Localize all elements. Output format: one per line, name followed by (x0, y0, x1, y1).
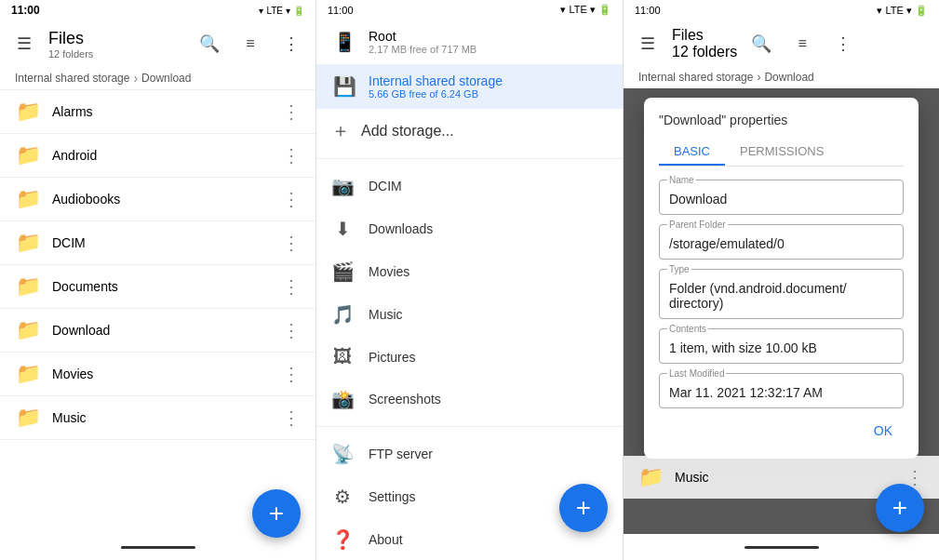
drawer-item-label: About (369, 532, 403, 547)
left-fab[interactable]: + (252, 489, 301, 538)
breadcrumb-root[interactable]: Internal shared storage (15, 72, 129, 85)
screenshots-icon: 📸 (331, 388, 354, 410)
drawer-item-label: FTP server (369, 447, 433, 461)
item-more-icon[interactable]: ⋮ (282, 363, 301, 385)
internal-storage-sub: 5.66 GB free of 6.24 GB (369, 88, 503, 100)
lte-label: LTE (266, 6, 283, 16)
item-more-icon[interactable]: ⋮ (282, 144, 301, 167)
left-sort-button[interactable]: ≡ (234, 27, 267, 60)
drawer-item-ftp[interactable]: 📡 FTP server (316, 433, 623, 475)
middle-time: 11:00 (328, 5, 354, 16)
dialog-backdrop: "Download" properties BASIC PERMISSIONS … (624, 88, 939, 534)
home-indicator (744, 546, 819, 549)
camera-icon: 📷 (331, 175, 354, 197)
list-item[interactable]: 📁 Audiobooks ⋮ (0, 178, 315, 221)
parent-folder-label: Parent Folder (667, 220, 728, 230)
left-more-button[interactable]: ⋮ (275, 27, 308, 60)
drawer-item-label: Music (369, 307, 403, 322)
right-app-subtitle: 12 folders (672, 44, 737, 60)
list-item[interactable]: 📁 Download ⋮ (0, 309, 315, 353)
item-more-icon[interactable]: ⋮ (282, 188, 301, 210)
contents-value: 1 item, with size 10.00 kB (669, 340, 893, 355)
name-value: Download (669, 192, 893, 207)
middle-status-bar: 11:00 ▾ LTE ▾ 🔋 (316, 0, 623, 20)
tab-permissions[interactable]: PERMISSIONS (725, 139, 838, 166)
right-menu-button[interactable]: ☰ (631, 27, 664, 60)
right-time: 11:00 (635, 5, 661, 16)
item-more-icon[interactable]: ⋮ (282, 407, 301, 429)
tab-basic[interactable]: BASIC (659, 139, 725, 166)
drawer-item-dcim[interactable]: 📷 DCIM (316, 165, 623, 207)
right-app-bar: ☰ Files 12 folders 🔍 ≡ ⋮ (624, 20, 939, 67)
hamburger-icon: ☰ (640, 33, 655, 54)
left-search-button[interactable]: 🔍 (193, 27, 226, 60)
list-item[interactable]: 📁 DCIM ⋮ (0, 221, 315, 265)
left-breadcrumb: Internal shared storage › Download (0, 67, 315, 90)
right-status-icons: ▾ LTE ▾ 🔋 (877, 5, 928, 17)
drawer-item-music[interactable]: 🎵 Music (316, 293, 623, 336)
internal-storage-item[interactable]: 💾 Internal shared storage 5.66 GB free o… (316, 64, 623, 109)
about-icon: ❓ (331, 528, 354, 551)
last-modified-field: Last Modified Mar 11. 2021 12:32:17 AM (659, 373, 904, 408)
file-name: Download (52, 323, 271, 338)
left-time: 11:00 (11, 4, 40, 17)
right-more-button[interactable]: ⋮ (826, 27, 860, 60)
sort-icon: ≡ (798, 35, 807, 52)
item-more-icon[interactable]: ⋮ (282, 275, 301, 298)
storage-icon: 💾 (331, 75, 357, 98)
left-panel: 11:00 ▾ LTE ▾ 🔋 ☰ Files 12 folders 🔍 ≡ ⋮… (0, 0, 316, 560)
ok-button[interactable]: OK (863, 418, 904, 444)
list-item[interactable]: 📁 Music ⋮ (0, 396, 315, 440)
dialog-title: "Download" properties (659, 113, 904, 127)
dialog-tabs: BASIC PERMISSIONS (659, 139, 904, 167)
item-more-icon[interactable]: ⋮ (282, 319, 301, 341)
file-name: Movies (52, 367, 271, 381)
breadcrumb-current: Download (141, 72, 191, 85)
drawer-item-downloads[interactable]: ⬇ Downloads (316, 207, 623, 250)
middle-fab[interactable]: + (559, 484, 608, 532)
left-status-bar: 11:00 ▾ LTE ▾ 🔋 (0, 0, 315, 20)
right-sort-button[interactable]: ≡ (785, 27, 819, 60)
left-app-title: Files (48, 29, 185, 48)
middle-status-icons: ▾ LTE ▾ 🔋 (560, 4, 611, 16)
drawer-item-screenshots[interactable]: 📸 Screenshots (316, 378, 623, 420)
drawer-item-movies[interactable]: 🎬 Movies (316, 250, 623, 293)
sort-icon: ≡ (246, 35, 254, 52)
list-item[interactable]: 📁 Android ⋮ (0, 134, 315, 178)
parent-folder-value: /storage/emulated/0 (669, 236, 893, 251)
list-item[interactable]: 📁 Alarms ⋮ (0, 90, 315, 134)
left-file-list: 📁 Alarms ⋮ 📁 Android ⋮ 📁 Audiobooks ⋮ 📁 … (0, 90, 315, 534)
contents-field: Contents 1 item, with size 10.00 kB (659, 328, 904, 364)
breadcrumb-root[interactable]: Internal shared storage (638, 71, 753, 84)
list-item[interactable]: 📁 Movies ⋮ (0, 353, 315, 396)
drawer-divider (316, 158, 623, 159)
root-storage-item[interactable]: 📱 Root 2.17 MB free of 717 MB (316, 20, 623, 64)
item-more-icon[interactable]: ⋮ (282, 232, 301, 254)
drawer-item-label: Screenshots (369, 392, 441, 407)
middle-panel: 11:00 ▾ LTE ▾ 🔋 📱 Root 2.17 MB free of 7… (316, 0, 624, 560)
battery-icon: 🔋 (293, 6, 304, 16)
item-more-icon[interactable]: ⋮ (282, 100, 301, 123)
add-storage-button[interactable]: ＋ Add storage... (316, 109, 623, 153)
left-menu-button[interactable]: ☰ (7, 27, 41, 60)
drawer-item-label: Pictures (369, 350, 416, 365)
download-icon: ⬇ (331, 218, 354, 240)
right-search-button[interactable]: 🔍 (744, 27, 778, 60)
plus-icon: ＋ (331, 118, 350, 143)
folder-icon: 📁 (15, 274, 41, 299)
list-item[interactable]: 📁 Documents ⋮ (0, 265, 315, 309)
last-modified-label: Last Modified (667, 368, 726, 379)
type-field: Type Folder (vnd.android.document/direct… (659, 269, 904, 319)
drawer-item-pictures[interactable]: 🖼 Pictures (316, 336, 623, 378)
breadcrumb-current: Download (764, 71, 813, 84)
settings-icon: ⚙ (331, 486, 354, 508)
right-title-group: Files 12 folders (672, 27, 737, 60)
breadcrumb-chevron: › (133, 71, 138, 86)
contents-label: Contents (667, 324, 708, 334)
drawer-item-label: Movies (369, 264, 409, 279)
signal-icon: ▾ (286, 6, 290, 16)
add-icon: + (892, 493, 907, 523)
type-value: Folder (vnd.android.document/directory) (669, 281, 893, 311)
right-fab[interactable]: + (876, 484, 924, 532)
music-name: Music (675, 470, 894, 485)
